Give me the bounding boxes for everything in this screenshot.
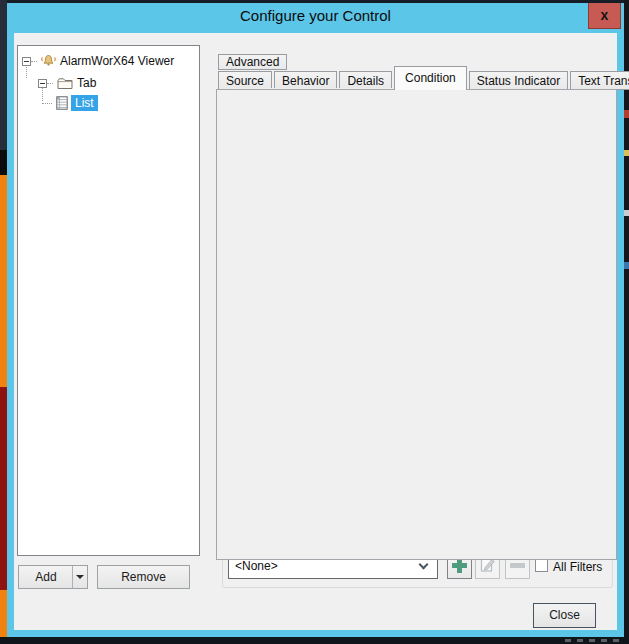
desktop-sliver-right [624, 0, 629, 644]
desktop-sliver-right-speck2 [624, 150, 629, 156]
all-filters-label: All Filters [553, 560, 602, 574]
tab-condition[interactable]: Condition [394, 66, 467, 90]
remove-button[interactable]: Remove [97, 565, 190, 589]
desktop-sliver-right-speck3 [624, 210, 629, 216]
close-button-label: Close [549, 608, 580, 622]
tree-item-label: Tab [77, 76, 96, 90]
tree-item-label-selected: List [71, 95, 98, 111]
window-title: Configure your Control [7, 3, 624, 29]
add-button[interactable]: Add [19, 566, 73, 588]
close-button[interactable]: Close [533, 603, 596, 628]
tab-strip-row2: SourceBehaviorDetailsConditionStatus Ind… [218, 70, 629, 89]
minus-icon [510, 563, 525, 568]
tree-item-label: AlarmWorX64 Viewer [60, 54, 174, 68]
tree-item-list[interactable]: List [38, 94, 98, 112]
desktop-sliver-bottom-marks [565, 639, 625, 642]
list-grid-icon [56, 96, 68, 110]
tab-advanced[interactable]: Advanced [218, 54, 287, 70]
remove-button-label: Remove [121, 570, 166, 584]
desktop-sliver-left-black [0, 150, 7, 175]
add-split-button[interactable]: Add [18, 565, 88, 589]
tree-connector [47, 83, 53, 84]
desktop-sliver-right-speck1 [624, 110, 629, 118]
tab-status-indicator[interactable]: Status Indicator [469, 71, 568, 90]
desktop-sliver-bottom [0, 637, 629, 644]
chevron-down-icon [419, 560, 429, 570]
desktop-sliver-left-top [0, 0, 7, 150]
control-tree: AlarmWorX64 Viewer Tab [17, 45, 200, 556]
add-dropdown-button[interactable] [72, 566, 87, 588]
tree-connector [42, 103, 52, 104]
desktop-sliver-left-orange1 [0, 175, 7, 387]
close-icon: x [601, 7, 609, 23]
titlebar: Configure your Control x [7, 3, 624, 30]
dialog-content: AlarmWorX64 Viewer Tab [14, 33, 617, 630]
all-filters-checkbox[interactable] [535, 559, 548, 572]
alarm-bell-icon [41, 54, 56, 68]
filter-value: <None> [235, 559, 420, 573]
configure-control-dialog: Configure your Control x A [7, 0, 624, 637]
tab-text-translator[interactable]: Text Translator [570, 71, 629, 90]
plus-icon [452, 558, 467, 573]
window-close-button[interactable]: x [588, 3, 621, 29]
desktop-sliver-left-red [0, 387, 7, 590]
collapse-expander-icon[interactable] [38, 79, 47, 88]
folder-icon [57, 77, 73, 90]
desktop-sliver-right-speck4 [624, 262, 629, 269]
tree-item-tab[interactable]: Tab [38, 74, 96, 92]
condition-tab-panel [216, 89, 617, 560]
desktop-sliver-left-orange2 [0, 590, 7, 644]
collapse-expander-icon[interactable] [22, 57, 31, 66]
tree-connector [31, 61, 37, 62]
tab-strip-row1: Advanced [218, 54, 289, 70]
chevron-down-icon [76, 575, 84, 579]
tree-item-viewer[interactable]: AlarmWorX64 Viewer [22, 52, 174, 70]
